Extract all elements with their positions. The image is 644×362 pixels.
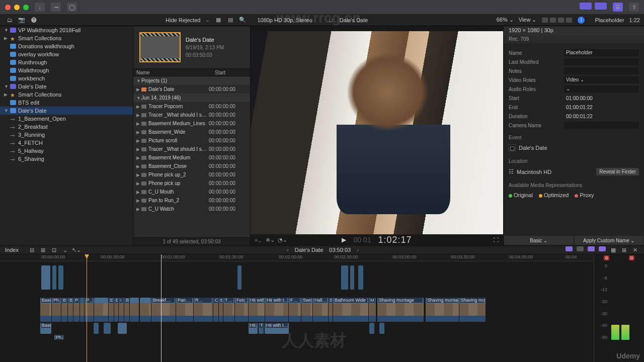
timeline-clip[interactable]: C bbox=[213, 298, 218, 322]
timeline-clip[interactable]: B bbox=[329, 298, 333, 322]
timeline-clip[interactable]: Shaving montage bbox=[377, 298, 424, 322]
trim-icon[interactable]: ⊟ bbox=[29, 246, 36, 253]
play-icon[interactable]: ▶ bbox=[342, 236, 346, 243]
timeline-clip[interactable] bbox=[341, 265, 348, 290]
timeline-clip[interactable]: P… bbox=[85, 298, 94, 322]
browser-clip-row[interactable]: ▶Tracer _What should I say_00:00:00:00 bbox=[133, 145, 250, 153]
sidebar-item[interactable]: Donations walkthrough bbox=[0, 42, 133, 50]
col-name[interactable]: Name bbox=[136, 70, 215, 75]
timeline-clip[interactable]: Base… bbox=[40, 298, 51, 322]
timeline-clip[interactable]: Breakf… bbox=[151, 298, 176, 322]
viewer-canvas[interactable] bbox=[251, 31, 503, 234]
browser-clip-row[interactable]: ▶Phone pick up_200:00:00:00 bbox=[133, 170, 250, 179]
share-icon[interactable]: ⇧ bbox=[629, 3, 639, 12]
apply-custom-name-dropdown[interactable]: Apply Custom Name ⌄ bbox=[574, 235, 645, 245]
timeline-clip[interactable]: P… bbox=[73, 298, 79, 322]
timeline-clip[interactable]: T… bbox=[223, 298, 234, 322]
browser-clip-row[interactable]: ▶Basement_Close00:00:00:00 bbox=[133, 162, 250, 170]
timeline-fwd-icon[interactable]: › bbox=[357, 247, 359, 253]
timeline[interactable]: 00:00:00:0000:00:30:0000:01:00:0000:01:3… bbox=[0, 254, 644, 362]
sidebar-item[interactable]: ▼Dale's Date bbox=[0, 107, 133, 115]
sidebar-item[interactable]: ▼Dale's Date bbox=[0, 82, 133, 90]
timeline-clip[interactable]: E bbox=[109, 298, 114, 322]
browser-clip-row[interactable]: ▶Tracer Popcorn00:00:00:00 bbox=[133, 102, 250, 111]
connected-track-bottom-2[interactable]: Ph… bbox=[0, 335, 589, 340]
layout-btn-1[interactable] bbox=[580, 3, 592, 10]
browser-group[interactable]: ▼Projects (1) bbox=[133, 76, 250, 85]
library-icon[interactable]: 🗂 bbox=[6, 17, 13, 24]
project-thumbnail[interactable] bbox=[139, 32, 181, 62]
skimming-icon[interactable] bbox=[566, 246, 573, 251]
sidebar-item[interactable]: ⊸2_Breakfast bbox=[0, 123, 133, 131]
timeline-clip[interactable]: E bbox=[219, 298, 223, 322]
timeline-clip[interactable]: E bbox=[114, 298, 118, 322]
timeline-clip[interactable] bbox=[237, 265, 242, 290]
playhead[interactable] bbox=[87, 254, 87, 362]
layout-btn-2[interactable] bbox=[595, 3, 607, 10]
timeline-clip[interactable] bbox=[130, 298, 139, 322]
timeline-clip[interactable] bbox=[94, 298, 108, 322]
skimmer[interactable] bbox=[161, 254, 162, 362]
timeline-clip[interactable]: Hit… bbox=[249, 323, 258, 334]
timeline-clip[interactable]: R… bbox=[194, 298, 213, 322]
timeline-clip[interactable] bbox=[94, 323, 99, 334]
retime-icon[interactable]: ◔⌄ bbox=[279, 236, 286, 243]
reveal-in-finder-button[interactable]: Reveal in Finder bbox=[596, 168, 639, 175]
timeline-effects-icon[interactable]: ⊞ bbox=[621, 246, 628, 253]
metadata-view-dropdown[interactable]: Basic ⌄ bbox=[504, 235, 574, 245]
zoom-dropdown[interactable]: 66% ⌄ bbox=[497, 17, 514, 23]
timeline-clip[interactable]: B… bbox=[68, 298, 73, 322]
fullscreen-icon[interactable]: ⛶ bbox=[492, 236, 499, 243]
import-icon[interactable]: ↓ bbox=[35, 3, 45, 12]
background-tasks-icon[interactable]: ◯ bbox=[67, 3, 77, 12]
index-button[interactable]: Index bbox=[5, 247, 19, 253]
titles-icon[interactable]: 🅣 bbox=[30, 17, 37, 24]
position-icon[interactable]: ⊞ bbox=[40, 246, 47, 253]
browser-clip-row[interactable]: ▶Dale's Date00:00:00:00 bbox=[133, 85, 250, 94]
timeline-clip[interactable] bbox=[350, 265, 354, 290]
sidebar-item[interactable]: Walkthrough bbox=[0, 66, 133, 74]
timeline-clip[interactable]: Hit with t… bbox=[265, 323, 289, 334]
browser-clip-row[interactable]: ▶Basement Medium_Lines00:00:00:00 bbox=[133, 119, 250, 128]
timeline-clip[interactable]: Shaving mo… bbox=[459, 298, 486, 322]
info-icon[interactable]: i bbox=[578, 17, 585, 24]
timeline-clip[interactable]: I bbox=[119, 298, 124, 322]
browser-group[interactable]: ▼Jun 14, 2019 (46) bbox=[133, 94, 250, 102]
browser-clip-row[interactable]: ▶C_U Watch00:00:00:00 bbox=[133, 205, 250, 213]
browser-clip-row[interactable]: ▶Basement_Wide00:00:00:00 bbox=[133, 128, 250, 136]
timeline-clip[interactable]: Hall… bbox=[313, 298, 328, 322]
timeline-clip[interactable] bbox=[104, 323, 111, 334]
color-inspector-tab[interactable] bbox=[549, 17, 556, 23]
timeline-expand-icon[interactable]: ✕ bbox=[632, 246, 639, 253]
timeline-clip[interactable]: Hit with t… bbox=[265, 298, 288, 322]
timeline-clip[interactable]: Swish… bbox=[301, 298, 312, 322]
transform-icon[interactable]: ⟐⌄ bbox=[255, 236, 262, 243]
zoom-window-icon[interactable] bbox=[23, 5, 29, 10]
crop-icon[interactable]: ※⌄ bbox=[267, 236, 274, 243]
timeline-clip[interactable] bbox=[52, 265, 56, 290]
timeline-clip[interactable]: B… bbox=[61, 298, 67, 322]
browser-clip-row[interactable]: ▶Phone pick up00:00:00:00 bbox=[133, 179, 250, 188]
timeline-clip[interactable] bbox=[80, 298, 84, 322]
sidebar-item[interactable]: BTS edit bbox=[0, 99, 133, 107]
blade-icon[interactable]: ⌄ bbox=[62, 246, 69, 253]
sidebar-item[interactable]: ▼VP Walkthrough 2018Fall bbox=[0, 26, 133, 34]
connected-track-top[interactable] bbox=[0, 265, 589, 290]
video-inspector-tab[interactable] bbox=[541, 17, 548, 23]
group-icon[interactable]: ▤ bbox=[227, 17, 234, 24]
timeline-clip[interactable] bbox=[118, 323, 127, 334]
timeline-ruler[interactable]: 00:00:00:0000:00:30:0000:01:00:0000:01:3… bbox=[0, 254, 644, 261]
timeline-clip[interactable] bbox=[358, 265, 363, 290]
browser-clip-row[interactable]: ▶Basement Medium00:00:00:00 bbox=[133, 153, 250, 162]
timeline-clip[interactable]: T… bbox=[259, 323, 264, 334]
connected-track-bottom[interactable]: Base…Hit…T…Hit with t… bbox=[0, 323, 589, 334]
browser-clip-row[interactable]: ▶C_U Mouth00:00:00:00 bbox=[133, 188, 250, 196]
timeline-clip[interactable] bbox=[379, 323, 384, 334]
timeline-clip[interactable]: Hit with t… bbox=[249, 298, 265, 322]
search-icon[interactable]: 🔍 bbox=[239, 17, 246, 24]
timeline-clip[interactable]: B bbox=[124, 298, 129, 322]
col-start[interactable]: Start bbox=[215, 70, 250, 75]
range-icon[interactable]: ⊡ bbox=[51, 246, 58, 253]
timeline-appearance-icon[interactable]: ▦ bbox=[610, 246, 617, 253]
browser-clip-row[interactable]: ▶Pan to Run_200:00:00:00 bbox=[133, 196, 250, 205]
